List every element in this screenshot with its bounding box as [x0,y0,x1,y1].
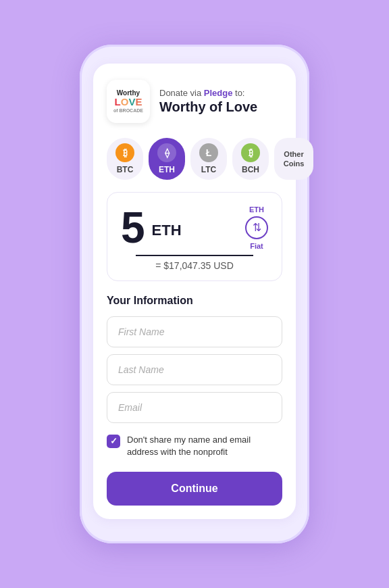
switch-arrows-icon: ⇅ [253,221,261,234]
bch-icon: ₿ [241,143,260,162]
privacy-checkbox[interactable]: ✓ [107,435,120,448]
first-name-input[interactable] [107,316,282,347]
coin-selector: ₿ BTC ⟠ ETH Ł LTC ₿ BCH OtherCoins [107,138,282,180]
card: Worthy LOVE of BROCADE Donate via Pledge… [93,64,296,519]
coin-btn-bch[interactable]: ₿ BCH [232,138,269,180]
coin-btn-btc[interactable]: ₿ BTC [107,138,143,180]
donate-via-text: Donate via Pledge to: [159,88,257,98]
eth-label: ETH [159,165,175,174]
pledge-label: Pledge [204,88,233,98]
amount-row: 5 ETH ETH ⇅ Fiat [121,206,268,249]
logo-text: Worthy LOVE of BROCADE [113,89,143,114]
btc-icon: ₿ [115,143,134,162]
header: Worthy LOVE of BROCADE Donate via Pledge… [107,80,282,123]
last-name-input[interactable] [107,354,282,385]
ltc-label: LTC [201,165,216,174]
other-coins-btn[interactable]: OtherCoins [274,138,313,180]
coin-btn-eth[interactable]: ⟠ ETH [149,138,185,180]
bch-label: BCH [242,165,259,174]
phone-frame: Worthy LOVE of BROCADE Donate via Pledge… [80,45,309,543]
currency-switcher[interactable]: ETH ⇅ Fiat [245,205,268,250]
coin-btn-ltc[interactable]: Ł LTC [190,138,227,180]
checkbox-label: Don't share my name and email address wi… [127,434,282,458]
org-name: Worthy of Love [159,99,257,115]
amount-underline [136,255,253,256]
form-group [107,316,282,423]
usd-equiv: = $17,047.35 USD [155,260,234,271]
switcher-circle[interactable]: ⇅ [245,216,268,239]
ltc-icon: Ł [199,143,218,162]
switcher-label-eth: ETH [249,205,264,214]
header-info: Donate via Pledge to: Worthy of Love [159,88,257,115]
amount-box: 5 ETH ETH ⇅ Fiat = $17,047.35 USD [107,192,282,281]
email-input[interactable] [107,392,282,423]
checkmark-icon: ✓ [110,437,118,445]
form-section-title: Your Information [107,295,282,307]
amount-value: 5 [121,206,145,249]
continue-button[interactable]: Continue [107,472,282,506]
logo-box: Worthy LOVE of BROCADE [107,80,150,123]
amount-unit: ETH [152,222,182,239]
btc-label: BTC [117,165,134,174]
switcher-label-fiat: Fiat [250,242,263,250]
eth-icon: ⟠ [157,143,176,162]
checkbox-row: ✓ Don't share my name and email address … [107,434,282,458]
